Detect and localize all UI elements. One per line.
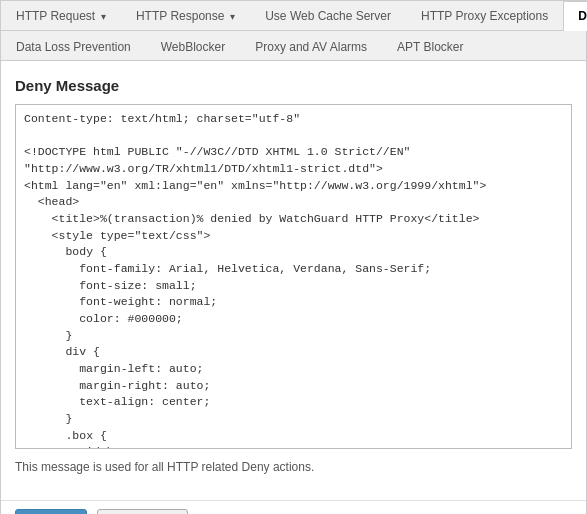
tab-use-web-cache[interactable]: Use Web Cache Server: [250, 1, 406, 30]
tab-webblocker[interactable]: WebBlocker: [146, 33, 240, 60]
tab-deny-messages[interactable]: Deny Messages: [563, 1, 587, 31]
tab-apt-blocker[interactable]: APT Blocker: [382, 33, 478, 60]
tab-http-response[interactable]: HTTP Response ▾: [121, 1, 250, 30]
deny-message-textarea[interactable]: [15, 104, 572, 449]
tab-proxy-av-alarms[interactable]: Proxy and AV Alarms: [240, 33, 382, 60]
http-response-arrow: ▾: [227, 11, 235, 22]
hint-text: This message is used for all HTTP relate…: [15, 460, 572, 474]
top-tab-bar: HTTP Request ▾ HTTP Response ▾ Use Web C…: [1, 1, 586, 31]
content-area: Deny Message This message is used for al…: [1, 61, 586, 500]
cancel-button[interactable]: CANCEL: [97, 509, 188, 514]
http-request-arrow: ▾: [98, 11, 106, 22]
main-window: HTTP Request ▾ HTTP Response ▾ Use Web C…: [0, 0, 587, 514]
tab-http-proxy-exceptions[interactable]: HTTP Proxy Exceptions: [406, 1, 563, 30]
second-tab-bar: Data Loss Prevention WebBlocker Proxy an…: [1, 31, 586, 61]
tab-data-loss-prevention[interactable]: Data Loss Prevention: [1, 33, 146, 60]
save-button[interactable]: SAVE: [15, 509, 87, 514]
tab-http-request[interactable]: HTTP Request ▾: [1, 1, 121, 30]
textarea-wrapper: [15, 104, 572, 452]
section-title: Deny Message: [15, 77, 572, 94]
footer: SAVE CANCEL: [1, 500, 586, 514]
